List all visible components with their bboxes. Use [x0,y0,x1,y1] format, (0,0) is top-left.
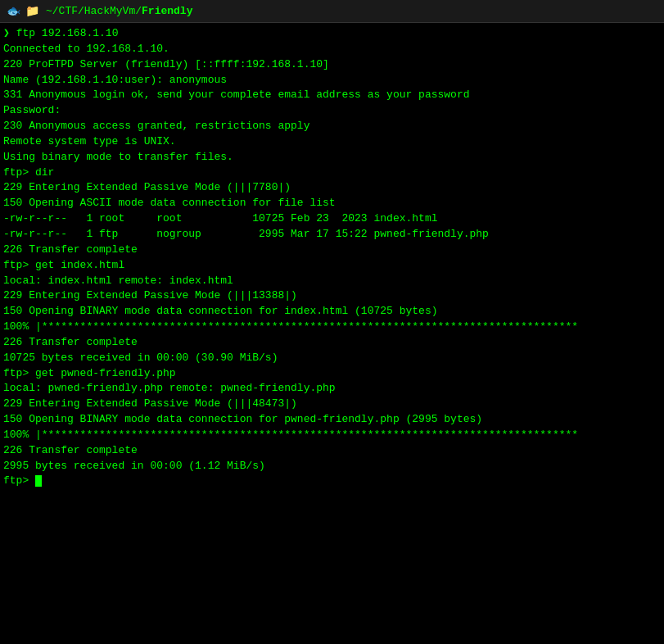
output-229-3: 229 Entering Extended Passive Mode (|||4… [3,397,661,412]
output-150-binary-index: 150 Opening BINARY mode data connection … [3,304,661,320]
output-229-2: 229 Entering Extended Passive Mode (|||1… [3,288,661,304]
output-password: Password: [3,103,661,119]
output-226-2: 226 Transfer complete [3,335,661,351]
output-226-3: 226 Transfer complete [3,443,661,459]
fish-icon: 🐟 [7,4,20,18]
output-file-index: -rw-r--r-- 1 root root 10725 Feb 23 2023… [3,211,661,227]
title-folder-name: Friendly [142,5,192,17]
output-binary-mode: Using binary mode to transfer files. [3,150,661,166]
cmd-get-index: ftp> get index.html [3,258,661,274]
output-progress-2: 100% |**********************************… [3,428,661,443]
cmd-ftp-connect: ❯ ftp 192.168.1.10 [3,26,661,42]
output-331: 331 Anonymous login ok, send your comple… [3,88,661,103]
cmd-get-pwned: ftp> get pwned-friendly.php [3,366,661,382]
output-file-pwned: -rw-r--r-- 1 ftp nogroup 2995 Mar 17 15:… [3,227,661,243]
terminal-cursor [35,475,42,487]
output-local-index: local: index.html remote: index.html [3,274,661,289]
output-local-pwned: local: pwned-friendly.php remote: pwned-… [3,381,661,397]
folder-icon: 📁 [25,4,39,18]
output-connected: Connected to 192.168.1.10. [3,42,661,57]
prompt-arrow: ❯ [3,27,10,39]
title-bar: 🐟 📁 ~/CTF/HackMyVm/Friendly [0,0,664,23]
output-229-1: 229 Entering Extended Passive Mode (|||7… [3,180,661,196]
output-bytes-pwned: 2995 bytes received in 00:00 (1.12 MiB/s… [3,459,661,474]
title-bar-icons: 🐟 📁 [7,4,39,18]
output-230: 230 Anonymous access granted, restrictio… [3,119,661,134]
terminal-content[interactable]: ❯ ftp 192.168.1.10 Connected to 192.168.… [0,23,664,644]
title-path: ~/CTF/HackMyVm/Friendly [46,5,192,17]
output-150-ascii: 150 Opening ASCII mode data connection f… [3,196,661,211]
output-name: Name (192.168.1.10:user): anonymous [3,73,661,88]
output-220: 220 ProFTPD Server (friendly) [::ffff:19… [3,57,661,73]
cmd-dir: ftp> dir [3,166,661,181]
output-remote-type: Remote system type is UNIX. [3,134,661,150]
output-150-binary-pwned: 150 Opening BINARY mode data connection … [3,412,661,428]
terminal-window: 🐟 📁 ~/CTF/HackMyVm/Friendly ❯ ftp 192.16… [0,0,664,644]
output-progress-1: 100% |**********************************… [3,320,661,335]
output-bytes-index: 10725 bytes received in 00:00 (30.90 MiB… [3,351,661,366]
ftp-prompt-final[interactable]: ftp> [3,474,661,489]
output-226-1: 226 Transfer complete [3,243,661,258]
